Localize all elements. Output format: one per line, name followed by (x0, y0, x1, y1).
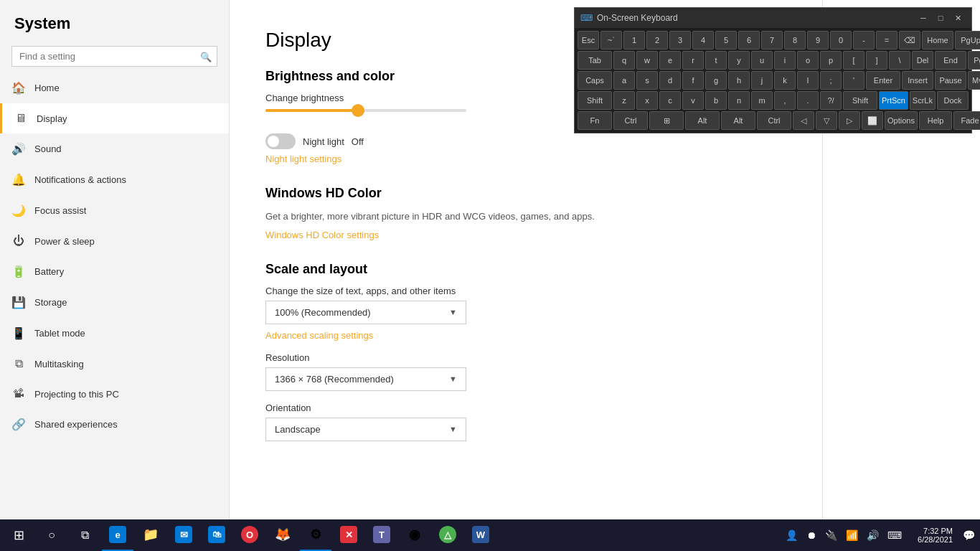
hd-color-settings-link[interactable]: Windows HD Color settings (265, 230, 786, 240)
osk-key-8[interactable]: 8 (784, 31, 806, 50)
osk-key-d[interactable]: d (659, 71, 681, 90)
osk-key-p[interactable]: p (820, 51, 842, 70)
taskbar-edge[interactable]: e (102, 519, 133, 551)
osk-key-h[interactable]: h (728, 71, 750, 90)
osk-key-e[interactable]: e (659, 51, 681, 70)
osk-key-o[interactable]: o (797, 51, 819, 70)
osk-key-g[interactable]: g (705, 71, 727, 90)
osk-key-_[interactable]: ▽ (816, 111, 837, 130)
osk-key-Alt[interactable]: Alt (685, 111, 720, 130)
osk-key-v[interactable]: v (682, 91, 704, 110)
osk-key-j[interactable]: j (751, 71, 773, 90)
osk-key-9[interactable]: 9 (807, 31, 829, 50)
osk-key-Caps[interactable]: Caps (578, 71, 612, 90)
tray-wifi-icon[interactable]: 📶 (843, 527, 861, 544)
taskbar-word[interactable]: W (465, 519, 496, 551)
osk-key-ScrLk[interactable]: ScrLk (910, 91, 936, 110)
osk-key-End[interactable]: End (935, 51, 966, 70)
osk-key-_[interactable]: ⌫ (899, 31, 920, 50)
advanced-scaling-link[interactable]: Advanced scaling settings (265, 330, 786, 341)
search-button[interactable]: ○ (36, 519, 67, 551)
notification-button[interactable]: 💬 (960, 519, 977, 551)
osk-key-_[interactable]: , (774, 91, 796, 110)
osk-key-Help[interactable]: Help (919, 111, 952, 130)
sidebar-item-multitasking[interactable]: ⧉Multitasking (0, 349, 229, 379)
osk-key-q[interactable]: q (613, 51, 635, 70)
osk-key-_[interactable]: ◁ (793, 111, 814, 130)
osk-key-t[interactable]: t (705, 51, 727, 70)
osk-key-Mv_Dn[interactable]: Mv Dn (968, 71, 980, 90)
taskbar-clock[interactable]: 7:32 PM 6/28/2021 (912, 527, 958, 544)
taskbar-app14[interactable]: △ (432, 519, 463, 551)
osk-maximize-button[interactable]: □ (933, 12, 948, 24)
osk-key-_[interactable]: . (797, 91, 819, 110)
osk-key-Alt[interactable]: Alt (721, 111, 755, 130)
sidebar-item-projecting[interactable]: 📽Projecting to this PC (0, 379, 229, 409)
osk-key-Insert[interactable]: Insert (902, 71, 933, 90)
taskbar-store[interactable]: 🛍 (201, 519, 232, 551)
sidebar-item-home[interactable]: 🏠Home (0, 72, 229, 103)
taskbar-chrome[interactable]: ◉ (399, 519, 430, 551)
osk-key-_[interactable]: ⬜ (862, 111, 883, 130)
osk-key-z[interactable]: z (613, 91, 635, 110)
osk-key-_[interactable]: \ (889, 51, 910, 70)
tray-record-icon[interactable]: ⏺ (804, 527, 819, 544)
sidebar-item-sound[interactable]: 🔊Sound (0, 133, 229, 164)
osk-key-r[interactable]: r (682, 51, 704, 70)
sidebar-item-shared[interactable]: 🔗Shared experiences (0, 409, 229, 440)
taskbar-firefox[interactable]: 🦊 (267, 519, 298, 551)
search-input[interactable] (11, 46, 217, 67)
taskbar-opera[interactable]: O (234, 519, 265, 551)
osk-key-Options[interactable]: Options (885, 111, 918, 130)
osk-key-a[interactable]: a (613, 71, 635, 90)
scale-dropdown[interactable]: 100% (Recommended) ▼ (265, 301, 466, 324)
osk-key-7[interactable]: 7 (761, 31, 783, 50)
osk-key-b[interactable]: b (705, 91, 727, 110)
sidebar-item-display[interactable]: 🖥Display (0, 103, 229, 133)
tray-volume-icon[interactable]: 🔊 (864, 527, 882, 544)
taskbar-mail[interactable]: ✉ (168, 519, 199, 551)
osk-key-u[interactable]: u (751, 51, 773, 70)
start-button[interactable]: ⊞ (3, 519, 34, 551)
osk-close-button[interactable]: ✕ (950, 12, 966, 24)
osk-key-6[interactable]: 6 (738, 31, 760, 50)
osk-key-w[interactable]: w (636, 51, 658, 70)
osk-key-_[interactable]: ; (820, 71, 842, 90)
sidebar-item-storage[interactable]: 💾Storage (0, 287, 229, 318)
osk-key-n[interactable]: n (728, 91, 750, 110)
taskbar-explorer[interactable]: 📁 (135, 519, 166, 551)
osk-key-Del[interactable]: Del (912, 51, 933, 70)
osk-key-__[interactable]: ~` (600, 31, 622, 50)
osk-key-s[interactable]: s (636, 71, 658, 90)
orientation-dropdown[interactable]: Landscape ▼ (265, 418, 466, 441)
taskbar-settings[interactable]: ⚙ (300, 519, 331, 551)
osk-key-_[interactable]: ▷ (839, 111, 860, 130)
osk-key-PgDn[interactable]: PgDn (968, 51, 980, 70)
osk-key-k[interactable]: k (774, 71, 796, 90)
osk-key-c[interactable]: c (659, 91, 681, 110)
osk-key-x[interactable]: x (636, 91, 658, 110)
osk-key-_[interactable]: ] (866, 51, 887, 70)
osk-key-4[interactable]: 4 (692, 31, 714, 50)
taskbar-app11[interactable]: ✕ (333, 519, 364, 551)
osk-key-Shift[interactable]: Shift (843, 91, 877, 110)
osk-key-l[interactable]: l (797, 71, 819, 90)
sidebar-item-notifications[interactable]: 🔔Notifications & actions (0, 164, 229, 195)
osk-key-0[interactable]: 0 (830, 31, 852, 50)
sidebar-item-power[interactable]: ⏻Power & sleep (0, 226, 229, 256)
resolution-dropdown[interactable]: 980 × 551 (Recommended) ▼ (265, 367, 466, 391)
tray-people-icon[interactable]: 👤 (783, 527, 801, 544)
tray-network-icon[interactable]: 🔌 (822, 527, 840, 544)
taskbar-teams[interactable]: T (366, 519, 397, 551)
osk-key-3[interactable]: 3 (669, 31, 691, 50)
osk-key-Esc[interactable]: Esc (578, 31, 599, 50)
osk-key-Fade[interactable]: Fade (953, 111, 980, 130)
night-light-settings-link[interactable]: Night light settings (265, 154, 786, 164)
osk-key-Shift[interactable]: Shift (578, 91, 612, 110)
osk-minimize-button[interactable]: ─ (915, 12, 931, 24)
osk-key-Enter[interactable]: Enter (866, 71, 900, 90)
osk-key-__[interactable]: ?/ (820, 91, 842, 110)
sidebar-item-focus[interactable]: 🌙Focus assist (0, 195, 229, 226)
osk-key-m[interactable]: m (751, 91, 773, 110)
sidebar-item-battery[interactable]: 🔋Battery (0, 256, 229, 287)
